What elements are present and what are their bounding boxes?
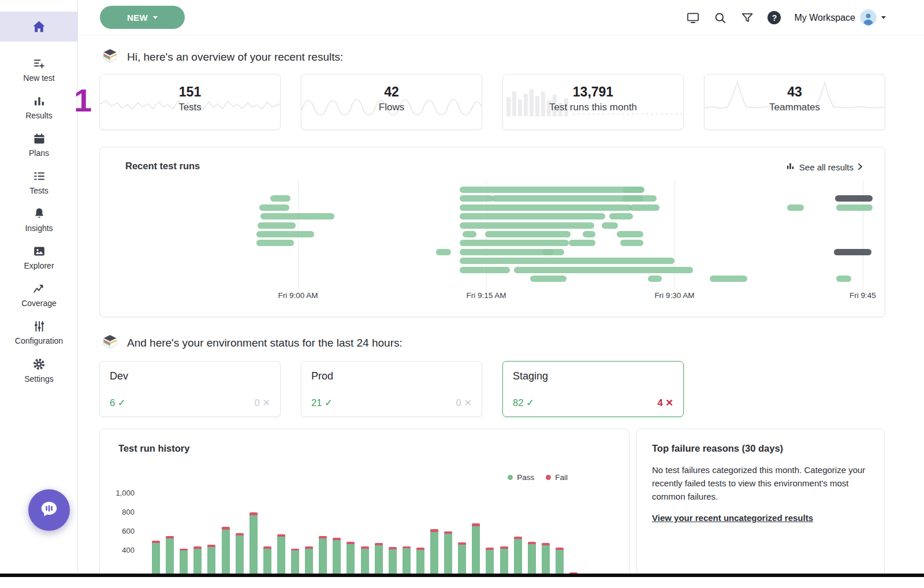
monitor-icon[interactable]	[686, 11, 700, 25]
sidebar-item-tests[interactable]: Tests	[0, 163, 78, 201]
chat-launcher-button[interactable]	[28, 489, 70, 531]
sidebar-item-coverage[interactable]: Coverage	[0, 276, 78, 314]
filter-icon[interactable]	[740, 11, 754, 25]
gantt-bar	[270, 195, 290, 202]
failure-panel-body: No test failures categorized this month.…	[652, 463, 871, 503]
failure-panel-title: Top failure reasons (30 days)	[652, 443, 869, 454]
plans-icon	[32, 132, 46, 146]
environment-name: Prod	[311, 370, 472, 382]
sidebar-item-results[interactable]: Results	[0, 88, 78, 126]
history-chart: 1,000800600400	[100, 429, 629, 588]
gantt-bar	[259, 204, 289, 211]
y-axis-label: 1,000	[108, 489, 135, 497]
gantt-time-label: Fri 9:45	[850, 291, 876, 300]
gantt-bar	[460, 195, 494, 202]
gantt-bar	[258, 222, 295, 229]
gantt-bar	[485, 231, 571, 237]
new-button[interactable]: NEW	[100, 6, 185, 29]
explorer-icon	[32, 244, 46, 258]
gantt-bar	[835, 195, 873, 202]
y-axis-label: 600	[108, 527, 135, 535]
environment-card-dev[interactable]: Dev6 ✓0 ✕	[99, 361, 281, 417]
gantt-bar	[609, 213, 633, 219]
sidebar-item-label: Results	[25, 111, 53, 120]
app-logo-cube-icon	[102, 333, 118, 352]
gantt-bar	[569, 240, 595, 246]
gantt-bar	[787, 204, 803, 211]
gantt-bar	[602, 222, 618, 229]
sidebar-item-explorer[interactable]: Explorer	[0, 239, 78, 276]
stat-card-tests[interactable]: 151Tests	[99, 74, 281, 130]
gantt-bar	[710, 276, 747, 282]
gantt-bar	[623, 187, 644, 193]
gantt-bar	[260, 213, 334, 219]
annotation-marker-1: 1	[74, 84, 92, 117]
below-window-area	[0, 577, 924, 588]
stat-label: Tests	[100, 102, 280, 113]
gantt-bar	[648, 276, 662, 282]
recent-test-runs-card: Recent test runs See all results Fri 9:0…	[99, 147, 885, 317]
sidebar-item-label: Settings	[24, 374, 54, 384]
topbar-actions: ? My Workspace	[686, 0, 886, 35]
gantt-bar	[460, 258, 675, 264]
stat-card-flows[interactable]: 42Flows	[301, 74, 482, 130]
uncategorized-results-link[interactable]: View your recent uncategorized results	[652, 513, 813, 523]
results-icon	[32, 94, 46, 108]
sidebar-item-plans[interactable]: Plans	[0, 126, 78, 163]
search-icon[interactable]	[713, 11, 727, 25]
stat-value: 13,791	[503, 84, 683, 100]
sidebar-item-label: Plans	[29, 148, 49, 158]
sidebar-item-settings[interactable]: Settings	[0, 351, 78, 389]
environment-heading-text: And here's your environment status for t…	[127, 337, 403, 349]
new-test-icon	[32, 57, 46, 70]
caret-down-icon	[153, 16, 158, 19]
avatar	[860, 10, 876, 25]
y-axis-label: 400	[108, 546, 135, 554]
caret-down-icon	[881, 16, 886, 19]
gantt-bar	[256, 240, 294, 246]
configuration-icon	[32, 319, 46, 333]
gantt-bar	[460, 204, 632, 211]
pass-count: 82 ✓	[513, 397, 534, 408]
workspace-menu[interactable]: My Workspace	[794, 10, 886, 25]
stat-card-test-runs-this-month[interactable]: 13,791Test runs this month	[502, 74, 684, 130]
gantt-bar	[460, 267, 510, 273]
fail-count: 4 ✕	[657, 397, 673, 408]
app-root: New testResultsPlansTestsInsightsExplore…	[0, 0, 924, 588]
gantt-gridline	[675, 180, 675, 290]
sidebar-item-home[interactable]	[0, 12, 78, 42]
environment-card-staging[interactable]: Staging82 ✓4 ✕	[502, 361, 684, 417]
stat-label: Flows	[301, 102, 482, 113]
gantt-bar	[436, 249, 451, 255]
stats-row: 151Tests42Flows13,791Test runs this mont…	[99, 74, 885, 130]
gantt-bar	[622, 195, 657, 202]
stat-card-teammates[interactable]: 43Teammates	[704, 74, 885, 130]
gantt-bar	[836, 204, 873, 211]
overview-greeting: Hi, here's an overview of your recent re…	[102, 47, 343, 66]
stat-value: 43	[705, 84, 885, 100]
gantt-bar	[620, 240, 643, 246]
workspace-label: My Workspace	[794, 13, 855, 23]
fail-count: 0 ✕	[254, 397, 270, 408]
gantt-chart: Fri 9:00 AMFri 9:15 AMFri 9:30 AMFri 9:4…	[100, 147, 885, 317]
gantt-bar	[491, 195, 643, 202]
gantt-bar	[460, 249, 554, 255]
sidebar-item-new-test[interactable]: New test	[0, 51, 78, 88]
gantt-bar	[460, 240, 569, 246]
gantt-bar	[834, 249, 871, 255]
help-button[interactable]: ?	[767, 11, 781, 24]
pass-count: 21 ✓	[311, 397, 333, 408]
gantt-bar	[463, 231, 476, 237]
stat-value: 42	[301, 84, 482, 100]
coverage-icon	[32, 282, 46, 296]
sidebar-item-label: Configuration	[15, 336, 63, 345]
stat-label: Test runs this month	[503, 102, 683, 113]
sidebar-item-configuration[interactable]: Configuration	[0, 314, 78, 351]
stat-label: Teammates	[705, 102, 885, 113]
environment-card-prod[interactable]: Prod21 ✓0 ✕	[301, 361, 482, 417]
top-failure-reasons-card: Top failure reasons (30 days) No test fa…	[636, 429, 885, 588]
gantt-bar	[617, 231, 643, 237]
sidebar-item-insights[interactable]: Insights	[0, 201, 78, 239]
sidebar-item-label: New test	[23, 73, 54, 83]
topbar: NEW ? My Workspace	[79, 0, 924, 35]
